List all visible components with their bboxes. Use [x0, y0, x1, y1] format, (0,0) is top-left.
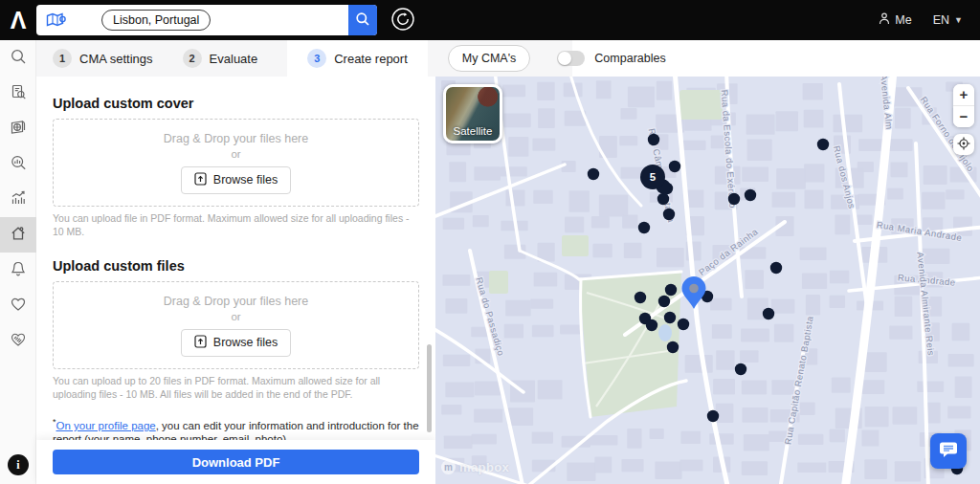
cover-dropzone[interactable]: Drag & Drop your files here or Browse fi… [53, 119, 419, 207]
property-marker[interactable] [646, 319, 657, 331]
location-chip[interactable]: Lisbon, Portugal [101, 10, 211, 31]
sidebar-item-property-report-search[interactable] [0, 76, 36, 111]
sidebar-item-partnership[interactable] [0, 323, 36, 359]
sidebar-item-map-document[interactable] [0, 111, 36, 146]
property-marker[interactable] [763, 308, 774, 319]
property-marker[interactable] [657, 193, 669, 205]
files-dropzone[interactable]: Drag & Drop your files here or Browse fi… [53, 281, 419, 369]
comparables-toggle-wrap[interactable]: Comparables [557, 51, 665, 66]
property-marker[interactable] [707, 410, 719, 422]
step-number: 2 [183, 49, 202, 68]
search-icon [355, 11, 370, 30]
language-selector[interactable]: EN ▼ [933, 13, 963, 27]
heart-icon [10, 296, 27, 317]
step-evaluate[interactable]: 2 Evaluate [183, 49, 258, 68]
sidebar-item-notifications[interactable] [0, 253, 36, 288]
property-marker[interactable] [658, 296, 670, 307]
property-marker[interactable] [638, 222, 650, 233]
dropzone-or: or [231, 148, 240, 160]
geolocate-icon [957, 137, 970, 153]
browse-files-label: Browse files [213, 173, 278, 187]
bell-icon [10, 260, 27, 281]
property-marker[interactable] [817, 139, 829, 150]
top-header: Λ Lisbon, Portugal Me EN ▼ [0, 0, 980, 40]
map-icon [46, 11, 67, 29]
report-settings-panel: Upload custom cover Drag & Drop your fil… [36, 77, 435, 484]
user-menu[interactable]: Me [879, 12, 911, 28]
property-marker[interactable] [745, 189, 756, 201]
map-canvas[interactable]: Rua do PassadiçoRua Câmara PestanaRua da… [435, 77, 980, 484]
step-number: 1 [53, 49, 72, 68]
toggle-knob [558, 52, 571, 65]
refresh-button[interactable] [389, 6, 417, 34]
panel-footer: Download PDF [36, 440, 435, 484]
geolocate-button[interactable] [953, 134, 974, 155]
property-marker[interactable] [678, 319, 689, 330]
dropzone-or: or [231, 311, 240, 322]
map-document-icon [10, 119, 27, 140]
chart-search-icon [10, 154, 27, 175]
step-cma-settings[interactable]: 1 CMA settings [53, 49, 153, 68]
sidebar-item-statistics[interactable] [0, 182, 36, 217]
zoom-out-button[interactable]: − [953, 106, 974, 127]
chat-bubble-icon [938, 440, 959, 462]
chevron-down-icon: ▼ [954, 15, 963, 25]
step-number: 3 [307, 49, 326, 68]
dropzone-text: Drag & Drop your files here [164, 132, 308, 145]
step-label: Evaluate [210, 52, 258, 66]
property-marker[interactable] [728, 193, 740, 205]
location-search-bar[interactable]: Lisbon, Portugal [36, 5, 377, 35]
panel-scrollbar[interactable] [427, 344, 432, 432]
info-button[interactable]: i [8, 454, 29, 475]
language-label: EN [933, 13, 949, 27]
step-label: Create report [334, 52, 408, 66]
property-marker[interactable] [588, 168, 599, 180]
cluster-count: 5 [650, 171, 657, 183]
download-pdf-button[interactable]: Download PDF [53, 450, 419, 474]
sidebar-item-home-valuation[interactable] [0, 217, 36, 253]
upload-cover-title: Upload custom cover [53, 96, 419, 111]
person-icon [879, 12, 890, 28]
file-upload-icon [194, 335, 207, 351]
property-marker[interactable] [664, 312, 676, 323]
file-upload-icon [194, 172, 207, 188]
heart-handshake-icon [10, 331, 27, 352]
sidebar-item-favorites[interactable] [0, 288, 36, 323]
pond [658, 324, 672, 341]
sidebar-item-search[interactable] [0, 40, 36, 76]
my-cmas-button[interactable]: My CMA's [448, 45, 531, 72]
bar-chart-icon [10, 189, 27, 210]
refresh-icon [390, 7, 415, 34]
satellite-toggle[interactable]: Satellite [443, 84, 502, 143]
zoom-controls: + − [953, 84, 974, 127]
comparables-toggle[interactable] [557, 51, 585, 66]
profile-page-link[interactable]: On your profile page [56, 420, 156, 431]
property-marker[interactable] [770, 262, 782, 274]
files-hint: You can upload up to 20 files in PDF for… [53, 374, 419, 401]
cover-hint: You can upload file in PDF format. Maxim… [53, 211, 419, 238]
property-marker[interactable] [669, 161, 680, 172]
map-base: Rua do PassadiçoRua Câmara PestanaRua da… [435, 77, 980, 484]
dropzone-text: Drag & Drop your files here [164, 295, 308, 308]
comparables-label: Comparables [594, 52, 665, 65]
chat-widget-button[interactable] [930, 433, 967, 469]
property-marker[interactable] [663, 209, 675, 220]
browse-files-button[interactable]: Browse files [181, 329, 291, 357]
satellite-label: Satellite [446, 125, 500, 137]
upload-files-title: Upload custom files [53, 258, 419, 274]
property-marker[interactable] [667, 341, 679, 353]
sidebar-item-market-analytics-search[interactable] [0, 146, 36, 182]
property-marker[interactable] [635, 292, 646, 303]
zoom-in-button[interactable]: + [953, 84, 974, 105]
property-marker[interactable] [665, 284, 677, 296]
browse-files-label: Browse files [213, 336, 278, 349]
step-create-report-active[interactable]: 3 Create report [287, 40, 428, 77]
browse-files-button[interactable]: Browse files [181, 166, 291, 194]
property-marker[interactable] [648, 134, 659, 145]
steps-bar: 1 CMA settings 2 Evaluate 3 Create repor… [36, 40, 980, 77]
property-marker[interactable] [735, 363, 746, 375]
search-button[interactable] [348, 5, 377, 35]
me-label: Me [895, 13, 911, 27]
document-search-icon [10, 83, 27, 104]
app-logo: Λ [0, 0, 36, 40]
